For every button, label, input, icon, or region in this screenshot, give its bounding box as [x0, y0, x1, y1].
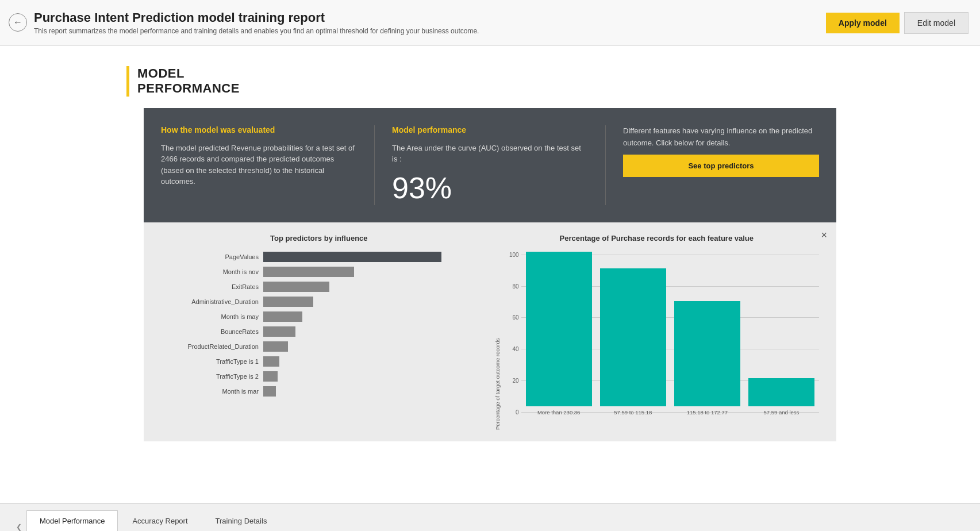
horiz-bar-track — [263, 371, 477, 382]
horiz-bar-label: ExitRates — [167, 283, 259, 290]
page-header: ← Purchase Intent Prediction model train… — [0, 0, 980, 46]
vert-bar-item: 57.59 to 115.18 — [600, 252, 666, 415]
evaluation-title: How the model was evaluated — [161, 125, 357, 134]
horiz-bar-fill — [263, 267, 354, 277]
info-col-evaluation: How the model was evaluated The model pr… — [144, 125, 375, 205]
close-button[interactable]: × — [821, 229, 827, 241]
right-chart: Percentage of Purchase records for each … — [494, 234, 819, 430]
info-col-performance: Model performance The Area under the cur… — [375, 125, 606, 205]
horiz-bar-chart: PageValues Month is nov ExitRates Admini… — [161, 252, 477, 397]
horiz-bar-fill — [263, 297, 313, 307]
vert-bar — [748, 378, 814, 406]
vert-bar — [600, 268, 666, 406]
horiz-bar-track — [263, 356, 477, 367]
info-panel: How the model was evaluated The model pr… — [144, 108, 836, 222]
horiz-bar-row: ProductRelated_Duration — [167, 341, 477, 352]
left-chart-title: Top predictors by influence — [161, 234, 477, 243]
horiz-bar-label: Month is nov — [167, 268, 259, 275]
vert-bar — [526, 252, 592, 406]
horiz-bar-track — [263, 297, 477, 307]
horiz-bar-row: Month is mar — [167, 386, 477, 397]
main-content: MODEL PERFORMANCE How the model was eval… — [0, 46, 980, 503]
horiz-bar-fill — [263, 252, 441, 262]
horiz-bar-row: PageValues — [167, 252, 477, 262]
back-button[interactable]: ← — [9, 13, 27, 32]
vert-bar-item: 57.59 and less — [748, 252, 814, 415]
section-title: MODEL PERFORMANCE — [137, 66, 240, 97]
header-left: ← Purchase Intent Prediction model train… — [9, 10, 479, 35]
vert-bar-label: 57.59 to 115.18 — [614, 409, 652, 415]
tab-item[interactable]: Training Details — [202, 510, 280, 531]
horiz-bar-row: Month is nov — [167, 267, 477, 277]
horiz-bar-row: ExitRates — [167, 282, 477, 292]
horiz-bar-track — [263, 267, 477, 277]
vert-bars: More than 230.36 57.59 to 115.18 115.18 … — [521, 252, 819, 415]
vert-chart-wrapper: Percentage of target outcome records 100… — [494, 252, 819, 430]
vert-bar-item: More than 230.36 — [526, 252, 592, 415]
y-tick-label: 80 — [503, 283, 519, 290]
horiz-bar-fill — [263, 386, 276, 397]
page-subtitle: This report summarizes the model perform… — [34, 27, 479, 35]
horiz-bar-label: Month is may — [167, 313, 259, 320]
y-tick-label: 20 — [503, 378, 519, 384]
section-title-line1: MODEL — [137, 66, 240, 81]
charts-row: Top predictors by influence PageValues M… — [161, 234, 819, 430]
section-title-line2: PERFORMANCE — [137, 81, 240, 96]
y-axis-label: Percentage of target outcome records — [494, 252, 501, 430]
info-col-predictors: Different features have varying influenc… — [606, 125, 836, 205]
horiz-bar-track — [263, 252, 477, 262]
horiz-bar-label: BounceRates — [167, 328, 259, 335]
tab-scroll-left[interactable]: ❮ — [11, 523, 26, 531]
vert-chart-inner: 100 80 60 40 20 0 More than 230.36 57.59… — [503, 252, 819, 430]
y-tick-label: 0 — [503, 409, 519, 415]
section-header: MODEL PERFORMANCE — [0, 46, 980, 108]
y-tick-label: 100 — [503, 252, 519, 258]
horiz-bar-fill — [263, 371, 278, 382]
tab-item[interactable]: Model Performance — [26, 510, 118, 531]
section-accent — [126, 66, 129, 97]
performance-title: Model performance — [392, 125, 588, 134]
predictors-description: Different features have varying influenc… — [623, 125, 819, 149]
horiz-bar-row: TrafficType is 2 — [167, 371, 477, 382]
horiz-bar-fill — [263, 326, 295, 337]
horiz-bar-track — [263, 326, 477, 337]
horiz-bar-track — [263, 341, 477, 352]
horiz-bar-track — [263, 282, 477, 292]
horiz-bar-row: Administrative_Duration — [167, 297, 477, 307]
see-top-predictors-button[interactable]: See top predictors — [623, 155, 819, 177]
horiz-bar-row: BounceRates — [167, 326, 477, 337]
auc-value: 93% — [392, 171, 588, 205]
tab-item[interactable]: Accuracy Report — [119, 510, 201, 531]
horiz-bar-label: TrafficType is 1 — [167, 358, 259, 365]
tabs-container: Model PerformanceAccuracy ReportTraining… — [26, 510, 281, 531]
vert-bar-label: 115.18 to 172.77 — [687, 409, 728, 415]
vert-bar-item: 115.18 to 172.77 — [674, 252, 740, 415]
y-tick-label: 40 — [503, 346, 519, 352]
horiz-bar-row: TrafficType is 1 — [167, 356, 477, 367]
horiz-bar-row: Month is may — [167, 311, 477, 322]
horiz-bar-label: TrafficType is 2 — [167, 373, 259, 380]
horiz-bar-label: Month is mar — [167, 388, 259, 395]
horiz-bar-label: PageValues — [167, 253, 259, 260]
horiz-bar-fill — [263, 341, 288, 352]
charts-panel: × Top predictors by influence PageValues… — [144, 222, 836, 441]
horiz-bar-track — [263, 386, 477, 397]
horiz-bar-fill — [263, 282, 329, 292]
performance-body: The Area under the curve (AUC) observed … — [392, 143, 588, 165]
right-chart-title: Percentage of Purchase records for each … — [494, 234, 819, 243]
horiz-bar-track — [263, 311, 477, 322]
vert-bar-label: 57.59 and less — [764, 409, 800, 415]
horiz-bar-fill — [263, 356, 279, 367]
horiz-bar-label: Administrative_Duration — [167, 298, 259, 305]
edit-model-button[interactable]: Edit model — [904, 12, 969, 34]
header-actions: Apply model Edit model — [826, 12, 969, 34]
vert-bar-label: More than 230.36 — [537, 409, 580, 415]
y-tick-label: 60 — [503, 314, 519, 321]
title-block: Purchase Intent Prediction model trainin… — [34, 10, 479, 35]
horiz-bar-fill — [263, 311, 302, 322]
page-title: Purchase Intent Prediction model trainin… — [34, 10, 479, 25]
apply-model-button[interactable]: Apply model — [826, 13, 900, 33]
evaluation-body: The model predicted Revenue probabilitie… — [161, 143, 357, 187]
horiz-bar-label: ProductRelated_Duration — [167, 343, 259, 350]
left-chart: Top predictors by influence PageValues M… — [161, 234, 477, 430]
